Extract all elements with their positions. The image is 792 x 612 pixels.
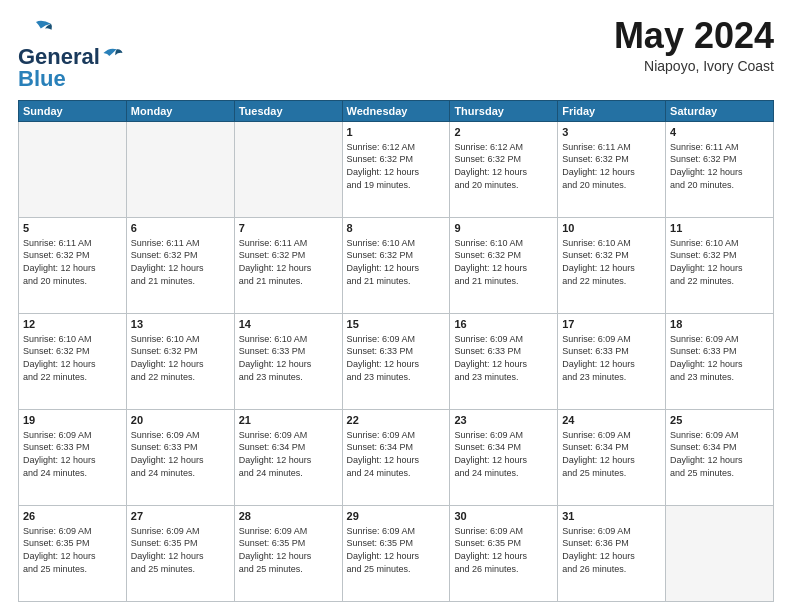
day-info: Sunrise: 6:09 AM Sunset: 6:33 PM Dayligh… bbox=[562, 333, 661, 383]
calendar-header-row: SundayMondayTuesdayWednesdayThursdayFrid… bbox=[19, 101, 774, 122]
calendar-day-30: 30Sunrise: 6:09 AM Sunset: 6:35 PM Dayli… bbox=[450, 506, 558, 602]
day-number: 20 bbox=[131, 413, 230, 428]
calendar-header-friday: Friday bbox=[558, 101, 666, 122]
day-info: Sunrise: 6:09 AM Sunset: 6:33 PM Dayligh… bbox=[347, 333, 446, 383]
calendar-header-wednesday: Wednesday bbox=[342, 101, 450, 122]
calendar-day-6: 6Sunrise: 6:11 AM Sunset: 6:32 PM Daylig… bbox=[126, 218, 234, 314]
day-number: 22 bbox=[347, 413, 446, 428]
calendar-day-31: 31Sunrise: 6:09 AM Sunset: 6:36 PM Dayli… bbox=[558, 506, 666, 602]
day-number: 17 bbox=[562, 317, 661, 332]
calendar-day-7: 7Sunrise: 6:11 AM Sunset: 6:32 PM Daylig… bbox=[234, 218, 342, 314]
calendar-day-empty bbox=[19, 122, 127, 218]
day-info: Sunrise: 6:09 AM Sunset: 6:33 PM Dayligh… bbox=[670, 333, 769, 383]
day-number: 11 bbox=[670, 221, 769, 236]
day-number: 3 bbox=[562, 125, 661, 140]
calendar-day-16: 16Sunrise: 6:09 AM Sunset: 6:33 PM Dayli… bbox=[450, 314, 558, 410]
day-number: 12 bbox=[23, 317, 122, 332]
calendar-day-28: 28Sunrise: 6:09 AM Sunset: 6:35 PM Dayli… bbox=[234, 506, 342, 602]
day-info: Sunrise: 6:11 AM Sunset: 6:32 PM Dayligh… bbox=[670, 141, 769, 191]
day-number: 23 bbox=[454, 413, 553, 428]
day-info: Sunrise: 6:10 AM Sunset: 6:32 PM Dayligh… bbox=[131, 333, 230, 383]
calendar-day-27: 27Sunrise: 6:09 AM Sunset: 6:35 PM Dayli… bbox=[126, 506, 234, 602]
day-number: 27 bbox=[131, 509, 230, 524]
day-info: Sunrise: 6:11 AM Sunset: 6:32 PM Dayligh… bbox=[562, 141, 661, 191]
header: General Blue May 2024 Niapoyo, Ivory Coa… bbox=[18, 16, 774, 92]
day-info: Sunrise: 6:09 AM Sunset: 6:35 PM Dayligh… bbox=[239, 525, 338, 575]
calendar-day-11: 11Sunrise: 6:10 AM Sunset: 6:32 PM Dayli… bbox=[666, 218, 774, 314]
day-number: 28 bbox=[239, 509, 338, 524]
day-info: Sunrise: 6:09 AM Sunset: 6:35 PM Dayligh… bbox=[131, 525, 230, 575]
calendar-day-empty bbox=[234, 122, 342, 218]
calendar-day-20: 20Sunrise: 6:09 AM Sunset: 6:33 PM Dayli… bbox=[126, 410, 234, 506]
day-number: 30 bbox=[454, 509, 553, 524]
calendar-week-row: 26Sunrise: 6:09 AM Sunset: 6:35 PM Dayli… bbox=[19, 506, 774, 602]
calendar-day-25: 25Sunrise: 6:09 AM Sunset: 6:34 PM Dayli… bbox=[666, 410, 774, 506]
calendar-day-empty bbox=[126, 122, 234, 218]
day-info: Sunrise: 6:10 AM Sunset: 6:32 PM Dayligh… bbox=[670, 237, 769, 287]
day-info: Sunrise: 6:09 AM Sunset: 6:35 PM Dayligh… bbox=[347, 525, 446, 575]
day-number: 6 bbox=[131, 221, 230, 236]
day-number: 2 bbox=[454, 125, 553, 140]
day-info: Sunrise: 6:09 AM Sunset: 6:33 PM Dayligh… bbox=[23, 429, 122, 479]
calendar-header-monday: Monday bbox=[126, 101, 234, 122]
calendar-day-14: 14Sunrise: 6:10 AM Sunset: 6:33 PM Dayli… bbox=[234, 314, 342, 410]
calendar-week-row: 5Sunrise: 6:11 AM Sunset: 6:32 PM Daylig… bbox=[19, 218, 774, 314]
calendar-week-row: 12Sunrise: 6:10 AM Sunset: 6:32 PM Dayli… bbox=[19, 314, 774, 410]
calendar-header-sunday: Sunday bbox=[19, 101, 127, 122]
calendar-day-22: 22Sunrise: 6:09 AM Sunset: 6:34 PM Dayli… bbox=[342, 410, 450, 506]
calendar-day-10: 10Sunrise: 6:10 AM Sunset: 6:32 PM Dayli… bbox=[558, 218, 666, 314]
calendar-day-4: 4Sunrise: 6:11 AM Sunset: 6:32 PM Daylig… bbox=[666, 122, 774, 218]
day-number: 14 bbox=[239, 317, 338, 332]
day-number: 24 bbox=[562, 413, 661, 428]
day-info: Sunrise: 6:09 AM Sunset: 6:34 PM Dayligh… bbox=[670, 429, 769, 479]
day-info: Sunrise: 6:11 AM Sunset: 6:32 PM Dayligh… bbox=[23, 237, 122, 287]
day-number: 18 bbox=[670, 317, 769, 332]
calendar-day-3: 3Sunrise: 6:11 AM Sunset: 6:32 PM Daylig… bbox=[558, 122, 666, 218]
calendar-day-19: 19Sunrise: 6:09 AM Sunset: 6:33 PM Dayli… bbox=[19, 410, 127, 506]
day-number: 21 bbox=[239, 413, 338, 428]
calendar-header-thursday: Thursday bbox=[450, 101, 558, 122]
calendar-day-13: 13Sunrise: 6:10 AM Sunset: 6:32 PM Dayli… bbox=[126, 314, 234, 410]
day-info: Sunrise: 6:09 AM Sunset: 6:35 PM Dayligh… bbox=[23, 525, 122, 575]
calendar-header-tuesday: Tuesday bbox=[234, 101, 342, 122]
day-number: 19 bbox=[23, 413, 122, 428]
day-info: Sunrise: 6:09 AM Sunset: 6:34 PM Dayligh… bbox=[454, 429, 553, 479]
day-number: 15 bbox=[347, 317, 446, 332]
day-info: Sunrise: 6:11 AM Sunset: 6:32 PM Dayligh… bbox=[239, 237, 338, 287]
day-info: Sunrise: 6:12 AM Sunset: 6:32 PM Dayligh… bbox=[454, 141, 553, 191]
calendar-header-saturday: Saturday bbox=[666, 101, 774, 122]
day-info: Sunrise: 6:11 AM Sunset: 6:32 PM Dayligh… bbox=[131, 237, 230, 287]
calendar-day-21: 21Sunrise: 6:09 AM Sunset: 6:34 PM Dayli… bbox=[234, 410, 342, 506]
day-number: 25 bbox=[670, 413, 769, 428]
day-number: 29 bbox=[347, 509, 446, 524]
day-info: Sunrise: 6:10 AM Sunset: 6:32 PM Dayligh… bbox=[562, 237, 661, 287]
calendar-week-row: 19Sunrise: 6:09 AM Sunset: 6:33 PM Dayli… bbox=[19, 410, 774, 506]
calendar-day-18: 18Sunrise: 6:09 AM Sunset: 6:33 PM Dayli… bbox=[666, 314, 774, 410]
day-info: Sunrise: 6:09 AM Sunset: 6:33 PM Dayligh… bbox=[454, 333, 553, 383]
day-number: 16 bbox=[454, 317, 553, 332]
day-number: 8 bbox=[347, 221, 446, 236]
day-number: 31 bbox=[562, 509, 661, 524]
day-info: Sunrise: 6:09 AM Sunset: 6:36 PM Dayligh… bbox=[562, 525, 661, 575]
calendar-day-2: 2Sunrise: 6:12 AM Sunset: 6:32 PM Daylig… bbox=[450, 122, 558, 218]
day-info: Sunrise: 6:09 AM Sunset: 6:33 PM Dayligh… bbox=[131, 429, 230, 479]
logo-bird-small-icon bbox=[102, 42, 124, 64]
day-info: Sunrise: 6:10 AM Sunset: 6:32 PM Dayligh… bbox=[23, 333, 122, 383]
day-info: Sunrise: 6:12 AM Sunset: 6:32 PM Dayligh… bbox=[347, 141, 446, 191]
day-number: 5 bbox=[23, 221, 122, 236]
calendar-day-12: 12Sunrise: 6:10 AM Sunset: 6:32 PM Dayli… bbox=[19, 314, 127, 410]
day-number: 13 bbox=[131, 317, 230, 332]
calendar-table: SundayMondayTuesdayWednesdayThursdayFrid… bbox=[18, 100, 774, 602]
day-info: Sunrise: 6:10 AM Sunset: 6:32 PM Dayligh… bbox=[454, 237, 553, 287]
calendar-day-8: 8Sunrise: 6:10 AM Sunset: 6:32 PM Daylig… bbox=[342, 218, 450, 314]
calendar-day-26: 26Sunrise: 6:09 AM Sunset: 6:35 PM Dayli… bbox=[19, 506, 127, 602]
day-info: Sunrise: 6:10 AM Sunset: 6:33 PM Dayligh… bbox=[239, 333, 338, 383]
month-title: May 2024 bbox=[614, 16, 774, 56]
calendar-day-29: 29Sunrise: 6:09 AM Sunset: 6:35 PM Dayli… bbox=[342, 506, 450, 602]
calendar-day-9: 9Sunrise: 6:10 AM Sunset: 6:32 PM Daylig… bbox=[450, 218, 558, 314]
day-number: 4 bbox=[670, 125, 769, 140]
title-block: May 2024 Niapoyo, Ivory Coast bbox=[614, 16, 774, 74]
calendar-day-24: 24Sunrise: 6:09 AM Sunset: 6:34 PM Dayli… bbox=[558, 410, 666, 506]
day-number: 10 bbox=[562, 221, 661, 236]
day-info: Sunrise: 6:09 AM Sunset: 6:35 PM Dayligh… bbox=[454, 525, 553, 575]
